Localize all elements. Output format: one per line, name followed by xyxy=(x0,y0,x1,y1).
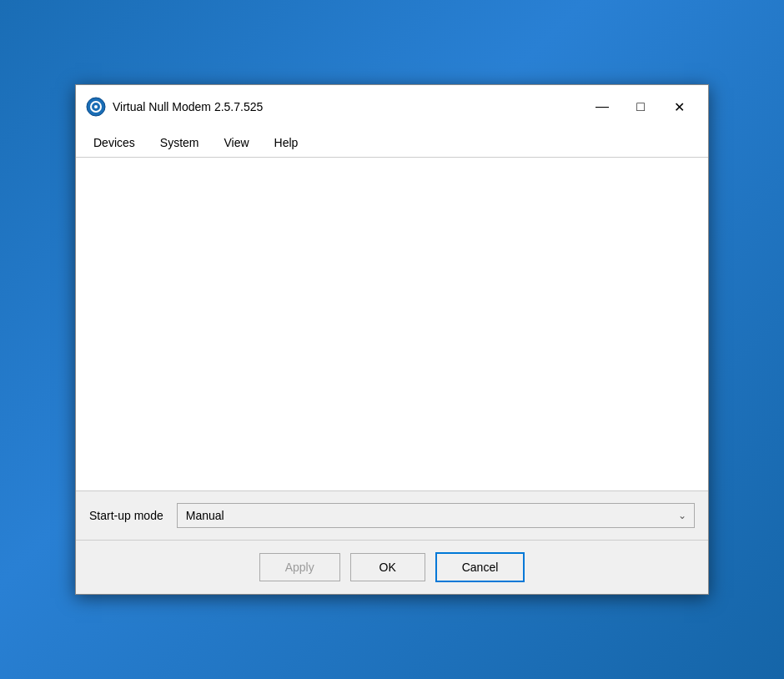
title-bar: Virtual Null Modem 2.5.7.525 — □ ✕ xyxy=(76,85,708,128)
menu-item-help[interactable]: Help xyxy=(264,132,309,153)
menu-bar: Devices System View Help xyxy=(76,128,708,158)
main-window: Virtual Null Modem 2.5.7.525 — □ ✕ Devic… xyxy=(75,84,709,595)
button-row: Apply OK Cancel xyxy=(76,541,708,594)
svg-point-2 xyxy=(94,105,98,108)
window-controls: — □ ✕ xyxy=(583,93,698,120)
startup-mode-select[interactable]: Manual Automatic Disabled xyxy=(177,503,695,528)
maximize-button[interactable]: □ xyxy=(621,93,660,120)
main-content-area xyxy=(76,158,708,491)
app-icon xyxy=(86,97,106,117)
startup-select-wrapper: Manual Automatic Disabled ⌄ xyxy=(177,503,695,528)
window-title: Virtual Null Modem 2.5.7.525 xyxy=(113,100,583,113)
startup-panel: Start-up mode Manual Automatic Disabled … xyxy=(76,491,708,541)
minimize-button[interactable]: — xyxy=(583,93,621,120)
menu-item-devices[interactable]: Devices xyxy=(83,132,146,153)
menu-item-view[interactable]: View xyxy=(213,132,259,153)
startup-mode-label: Start-up mode xyxy=(89,509,163,522)
ok-button[interactable]: OK xyxy=(350,553,425,581)
close-button[interactable]: ✕ xyxy=(660,93,698,120)
menu-item-system[interactable]: System xyxy=(149,132,210,153)
apply-button[interactable]: Apply xyxy=(259,553,340,581)
cancel-button[interactable]: Cancel xyxy=(435,552,525,582)
